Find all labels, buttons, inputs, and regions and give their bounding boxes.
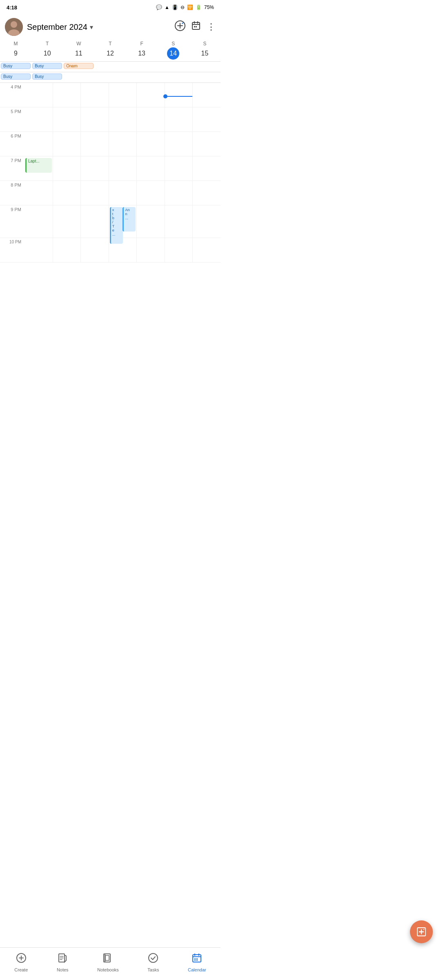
time-col-5pm-6 <box>192 107 220 131</box>
time-label-6pm: 6 PM <box>0 132 24 156</box>
svg-point-1 <box>11 21 17 28</box>
wifi-icon: 🛜 <box>187 4 193 10</box>
time-label-8pm: 8 PM <box>0 181 24 205</box>
day-letter-5: S <box>172 41 175 47</box>
day-num-6[interactable]: 15 <box>198 47 211 60</box>
month-title-group[interactable]: September 2024 ▾ <box>27 22 171 32</box>
time-col-8pm-6 <box>192 181 220 205</box>
time-row-5pm: 5 PM <box>0 107 220 132</box>
chevron-down-icon: ▾ <box>90 23 93 31</box>
chip-cell-4 <box>126 62 158 70</box>
time-col-9pm-3[interactable]: xtb/Te... Ann... <box>109 205 137 238</box>
add-event-button[interactable] <box>175 20 185 33</box>
chip-cell-r2-5 <box>158 73 189 81</box>
time-row-9pm: 9 PM xtb/Te... Ann... <box>0 205 220 238</box>
day-col-3: T 12 <box>94 39 126 61</box>
event-chips-row-2: Busy Busy <box>0 72 220 83</box>
more-options-button[interactable]: ⋮ <box>207 22 216 32</box>
time-col-9pm-4 <box>136 205 165 238</box>
time-row-7pm: 7 PM Lapt... <box>0 156 220 181</box>
svg-rect-6 <box>196 26 197 27</box>
time-col-9pm-6 <box>192 205 220 238</box>
day-letter-6: S <box>203 41 206 47</box>
time-col-10pm-5 <box>165 238 193 262</box>
time-row-6pm: 6 PM <box>0 132 220 156</box>
event-chip-busy-tue-1[interactable]: Busy <box>32 63 62 69</box>
time-col-5pm-1 <box>53 107 81 131</box>
event-chip-busy-mon-1[interactable]: Busy <box>1 63 31 69</box>
time-col-6pm-1 <box>53 132 81 156</box>
time-col-5pm-4 <box>136 107 165 131</box>
chip-cell-r2-1: Busy <box>31 73 63 81</box>
chip-cell-2: Onam <box>63 62 94 70</box>
time-grid: 4 PM 5 PM <box>0 83 220 263</box>
svg-rect-4 <box>192 22 200 29</box>
day-num-0[interactable]: 9 <box>10 47 22 60</box>
header-actions: ⋮ <box>175 20 216 33</box>
time-col-8pm-3 <box>109 181 137 205</box>
time-cols-5pm <box>24 107 220 131</box>
time-col-4pm-0 <box>24 83 53 107</box>
day-num-1[interactable]: 10 <box>41 47 53 60</box>
time-col-8pm-0 <box>24 181 53 205</box>
time-col-4pm-6 <box>192 83 220 107</box>
event-laptop[interactable]: Lapt... <box>25 158 52 173</box>
event-chip-busy-tue-2[interactable]: Busy <box>32 74 62 80</box>
time-cols-7pm: Lapt... <box>24 156 220 180</box>
event-text-te[interactable]: xtb/Te... <box>110 207 123 244</box>
time-col-4pm-1 <box>53 83 81 107</box>
chip-cell-3 <box>94 62 126 70</box>
event-ann[interactable]: Ann... <box>122 207 136 232</box>
time-col-10pm-4 <box>136 238 165 262</box>
week-header: M 9 T 10 W 11 T 12 F 13 S 14 S 15 <box>0 39 220 62</box>
day-letter-0: M <box>14 41 18 47</box>
time-col-6pm-2 <box>80 132 109 156</box>
calendar-view-button[interactable] <box>191 21 201 33</box>
day-letter-2: W <box>76 41 81 47</box>
time-col-10pm-0 <box>24 238 53 262</box>
battery-icon: 🔋 <box>196 4 202 10</box>
day-col-6: S 15 <box>189 39 220 61</box>
day-col-5: S 14 <box>158 39 189 61</box>
time-col-9pm-5 <box>165 205 193 238</box>
event-chip-onam[interactable]: Onam <box>64 63 94 69</box>
chip-cell-0: Busy <box>0 62 31 70</box>
time-col-7pm-4 <box>136 156 165 180</box>
day-col-1: T 10 <box>31 39 63 61</box>
time-col-6pm-3 <box>109 132 137 156</box>
day-num-2[interactable]: 11 <box>73 47 85 60</box>
time-label-7pm: 7 PM <box>0 156 24 180</box>
chip-cell-6 <box>189 62 220 70</box>
event-chip-busy-mon-2[interactable]: Busy <box>1 74 31 80</box>
user-avatar[interactable] <box>5 18 23 36</box>
time-cols-4pm <box>24 83 220 107</box>
time-cols-9pm: xtb/Te... Ann... <box>24 205 220 238</box>
time-cols-6pm <box>24 132 220 156</box>
chip-cell-r2-4 <box>126 73 158 81</box>
current-time-indicator <box>165 96 193 97</box>
day-num-3[interactable]: 12 <box>104 47 116 60</box>
time-col-8pm-1 <box>53 181 81 205</box>
time-col-7pm-0[interactable]: Lapt... <box>24 156 53 180</box>
time-col-7pm-1 <box>53 156 81 180</box>
time-col-7pm-6 <box>192 156 220 180</box>
time-col-9pm-2 <box>80 205 109 238</box>
time-col-10pm-2 <box>80 238 109 262</box>
chip-cell-r2-3 <box>94 73 126 81</box>
status-bar: 4:18 💬 ▲ 📳 ⊖ 🛜 🔋 75% <box>0 0 220 15</box>
chip-cell-r2-6 <box>189 73 220 81</box>
day-col-2: W 11 <box>63 39 94 61</box>
day-num-5[interactable]: 14 <box>167 47 179 60</box>
status-icons: 💬 ▲ 📳 ⊖ 🛜 🔋 75% <box>156 4 214 10</box>
whatsapp-icon: 💬 <box>156 4 162 10</box>
time-label-4pm: 4 PM <box>0 83 24 107</box>
time-col-8pm-4 <box>136 181 165 205</box>
day-num-4[interactable]: 13 <box>136 47 148 60</box>
time-col-6pm-0 <box>24 132 53 156</box>
day-letter-1: T <box>46 41 49 47</box>
time-col-5pm-3 <box>109 107 137 131</box>
vibrate-icon: 📳 <box>172 4 178 10</box>
time-label-5pm: 5 PM <box>0 107 24 131</box>
day-letter-3: T <box>109 41 111 47</box>
current-time-dot <box>163 94 167 98</box>
